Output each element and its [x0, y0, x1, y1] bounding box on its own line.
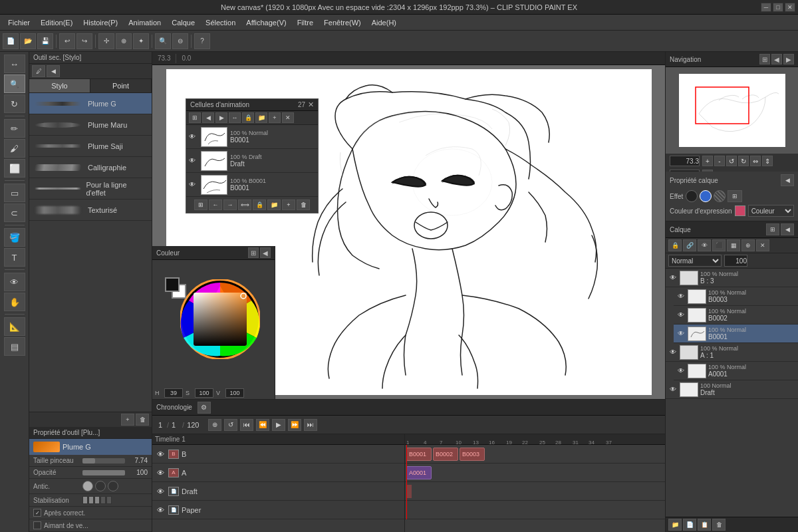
help-button[interactable]: ? [194, 33, 210, 49]
nav-zoom-input[interactable] [670, 156, 700, 166]
layer-eye-B[interactable]: 👁 [668, 273, 678, 283]
anim-cell-eye-0[interactable]: 👁 [189, 133, 198, 140]
ac-del[interactable]: ✕ [282, 112, 294, 123]
magnet-checkbox[interactable] [33, 521, 41, 529]
brush-tab-point[interactable]: Point [90, 79, 152, 92]
lp-bottom-1[interactable]: 📁 [668, 519, 682, 531]
layer-header-btn1[interactable]: ⊞ [766, 223, 779, 235]
size-slider[interactable] [82, 458, 125, 464]
layer-mode-select[interactable]: Normal [668, 255, 722, 267]
ac-foot-btn-8[interactable]: 🗑 [297, 200, 310, 210]
redo-button[interactable]: ↪ [76, 33, 92, 49]
anti-circle-3[interactable] [108, 481, 118, 491]
zoom-in-button[interactable]: 🔍 [155, 33, 171, 49]
tool-options-icon2[interactable]: ◀ [47, 65, 60, 77]
tl-cell-A0001[interactable]: A0001 [406, 466, 432, 479]
close-button[interactable]: ✕ [785, 3, 795, 12]
ac-icon4[interactable]: ↔ [229, 112, 241, 123]
menu-filtre[interactable]: Filtre [292, 17, 319, 28]
tool-text[interactable]: T [4, 248, 25, 267]
anti-circle-1[interactable] [82, 481, 93, 491]
tool-options-icon1[interactable]: 🖊 [32, 65, 45, 77]
nav-flip-v[interactable]: ⇕ [762, 156, 773, 166]
tl-cell-B0001[interactable]: B0001 [406, 448, 432, 461]
tool-eye[interactable]: 👁 [4, 273, 25, 291]
h-input[interactable] [164, 388, 183, 398]
color-icon1[interactable]: ⊞ [248, 247, 259, 258]
anti-circle-2[interactable] [95, 481, 106, 491]
minimize-button[interactable]: ─ [761, 3, 771, 12]
ac-foot-btn-7[interactable]: + [282, 200, 295, 210]
lp-bottom-2[interactable]: 📄 [683, 519, 696, 531]
color-select[interactable]: Couleur [748, 205, 794, 217]
lp-tool-3[interactable]: 👁 [698, 239, 711, 251]
brush-item-2[interactable]: Plume Saji [29, 136, 152, 157]
nav-icon1[interactable]: ⊞ [759, 54, 770, 65]
brush-item-0[interactable]: Plume G [29, 93, 152, 114]
layer-eye-B0003[interactable]: 👁 [676, 292, 686, 301]
tl-next-btn[interactable]: ⏩ [288, 419, 301, 431]
nav-zoom-out[interactable]: - [714, 156, 725, 166]
lp-tool-4[interactable]: ⬛ [712, 239, 726, 251]
tl-eye-Draft[interactable]: 👁 [155, 486, 166, 497]
anim-cells-close-button[interactable]: ✕ [308, 100, 314, 109]
anim-cell-eye-2[interactable]: 👁 [189, 181, 198, 188]
effect-circle-blue[interactable] [700, 190, 712, 202]
brush-item-1[interactable]: Plume Maru [29, 114, 152, 136]
brush-item-4[interactable]: Pour la ligne d'effet [29, 178, 152, 200]
lp-bottom-3[interactable]: 📋 [698, 519, 711, 531]
tl-cell-B0003[interactable]: B0003 [460, 448, 485, 461]
nav-icon3[interactable]: ▶ [783, 54, 794, 65]
tl-eye-Paper[interactable]: 👁 [155, 505, 166, 515]
nav-icon2[interactable]: ◀ [771, 54, 782, 65]
ac-foot-btn-4[interactable]: ⟺ [238, 200, 251, 210]
tool-fill[interactable]: 🪣 [4, 228, 25, 247]
tl-rewind-btn[interactable]: ⏮ [240, 419, 253, 431]
tool-brush[interactable]: 🖌 [4, 139, 25, 158]
nav-rotate-ccw[interactable]: ↺ [726, 156, 737, 166]
menu-selection[interactable]: Sélection [200, 17, 241, 28]
new-button[interactable]: 📄 [3, 33, 19, 49]
tl-settings-btn[interactable]: ⚙ [198, 402, 211, 414]
ac-folder[interactable]: 📁 [255, 112, 267, 123]
ac-foot-btn-6[interactable]: 📁 [267, 200, 281, 210]
effect-extra-btn[interactable]: ⊞ [728, 190, 742, 202]
tool-rotate[interactable]: ↻ [4, 94, 25, 113]
tl-play-btn[interactable]: ▶ [272, 419, 285, 431]
tool-zoom[interactable]: 🔍 [4, 74, 25, 93]
lasso-button[interactable]: ⊕ [116, 33, 132, 49]
tool-pen[interactable]: ✏ [4, 119, 25, 138]
layer-eye-A[interactable]: 👁 [668, 348, 678, 357]
layer-eye-B0001[interactable]: 👁 [676, 329, 686, 338]
layer-header-btn2[interactable]: ◀ [781, 223, 794, 235]
s-input[interactable] [195, 388, 213, 398]
tool-move[interactable]: ↔ [4, 55, 25, 73]
anim-cell-eye-1[interactable]: 👁 [189, 157, 198, 164]
menu-calque[interactable]: Calque [166, 17, 200, 28]
fg-color-swatch[interactable] [165, 277, 180, 292]
tl-end-btn[interactable]: ⏭ [304, 419, 317, 431]
tl-playhead[interactable] [406, 445, 407, 519]
brush-item-5[interactable]: Texturisé [29, 200, 152, 221]
layer-opacity-input[interactable] [724, 255, 747, 267]
tool-lasso[interactable]: ⊂ [4, 203, 25, 222]
maximize-button[interactable]: □ [773, 3, 783, 12]
menu-histoire[interactable]: Histoire(P) [78, 17, 123, 28]
wand-button[interactable]: ✦ [133, 33, 149, 49]
lp-bottom-4[interactable]: 🗑 [712, 519, 726, 531]
color-icon2[interactable]: ◀ [260, 247, 271, 258]
ac-icon3[interactable]: ▶ [215, 112, 227, 123]
effect-circle-black[interactable] [686, 190, 698, 202]
menu-fenetre[interactable]: Fenêtre(W) [319, 17, 366, 28]
lp-icon1[interactable]: ◀ [781, 174, 794, 186]
save-button[interactable]: 💾 [37, 33, 53, 49]
brush-tab-stylo[interactable]: Stylo [29, 79, 90, 92]
menu-fichier[interactable]: Fichier [3, 17, 35, 28]
tl-eye-A[interactable]: 👁 [155, 467, 166, 478]
ac-foot-btn-2[interactable]: ← [209, 200, 222, 210]
nav-flip-h[interactable]: ⇔ [750, 156, 761, 166]
menu-aide[interactable]: Aide(H) [366, 17, 402, 28]
tl-cell-B0002[interactable]: B0002 [433, 448, 458, 461]
opacity-slider[interactable] [82, 470, 125, 475]
transform-button[interactable]: ✢ [98, 33, 114, 49]
